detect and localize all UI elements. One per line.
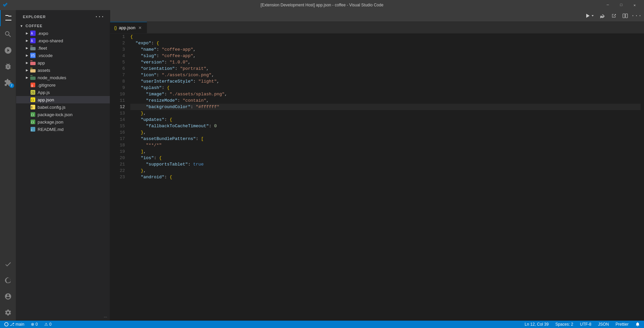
encoding-label: UTF-8 <box>580 322 591 327</box>
gitignore-label: .gitignore <box>38 83 55 88</box>
status-formatter[interactable]: Prettier <box>614 321 630 328</box>
svg-rect-28 <box>623 14 625 18</box>
indentation-label: Spaces: 2 <box>555 322 573 327</box>
status-language[interactable]: JSON <box>597 321 610 328</box>
line-number-5: 5 <box>113 59 125 65</box>
svg-text:VS: VS <box>31 54 35 57</box>
editor-area: ··· {} app.json ✕ 1234567891011121314151… <box>110 10 644 321</box>
line-number-14: 14 <box>113 116 125 123</box>
readme-icon: i <box>30 127 36 132</box>
line-number-6: 6 <box>113 65 125 72</box>
close-button[interactable]: ✕ <box>628 0 641 10</box>
line-number-10: 10 <box>113 91 125 97</box>
sidebar-header: EXPLORER ··· <box>16 10 110 22</box>
activity-explorer[interactable] <box>0 10 16 26</box>
bell-icon <box>635 322 640 327</box>
remote-status-label: ⎇ main <box>10 322 24 327</box>
maximize-button[interactable]: □ <box>614 0 628 10</box>
project-root-section[interactable]: ▼ COFFEE <box>16 22 110 30</box>
status-indentation[interactable]: Spaces: 2 <box>554 321 574 328</box>
code-line-4: "slug": "coffee-app", <box>130 53 641 59</box>
svg-rect-29 <box>626 14 628 18</box>
code-line-16: }, <box>130 129 641 136</box>
window-controls: ─ □ ✕ <box>601 0 641 10</box>
test-icon <box>4 261 12 268</box>
editor-scrollbar[interactable] <box>641 34 644 321</box>
code-line-23: "android": { <box>130 174 641 180</box>
status-errors[interactable]: ⊗ 0 <box>30 321 39 328</box>
activity-test[interactable] <box>0 256 16 272</box>
svg-rect-4 <box>30 46 33 46</box>
sidebar-item-vscode[interactable]: ▶ VS .vscode <box>16 52 110 59</box>
line-number-15: 15 <box>113 123 125 129</box>
sidebar-item-package-lock[interactable]: {} package-lock.json <box>16 111 110 118</box>
svg-text:JS: JS <box>31 91 35 94</box>
status-notifications-bell[interactable] <box>634 321 641 328</box>
arrow-icon: ▶ <box>24 68 30 72</box>
sidebar-item-gitignore[interactable]: g .gitignore <box>16 81 110 89</box>
activity-debug[interactable] <box>0 58 16 75</box>
line-number-3: 3 <box>113 46 125 53</box>
svg-rect-9 <box>30 62 36 65</box>
vscode-logo-icon <box>3 2 8 8</box>
activity-search[interactable] <box>0 26 16 42</box>
code-line-15: "fallbackToCacheTimeout": 0 <box>130 123 641 129</box>
sidebar-item-babel[interactable]: B babel.config.js <box>16 103 110 111</box>
sidebar-content: ▼ COFFEE ▶ A .expo ▶ A .expo-shared <box>16 22 110 313</box>
search-icon <box>4 30 12 38</box>
expo-shared-folder-icon: A <box>30 38 36 43</box>
package-lock-label: package-lock.json <box>38 112 73 117</box>
minimize-button[interactable]: ─ <box>601 0 614 10</box>
reload-button[interactable] <box>598 12 607 20</box>
tab-bar: {} app.json ✕ <box>110 22 644 34</box>
line-number-4: 4 <box>113 53 125 59</box>
code-editor[interactable]: 1234567891011121314151617181920212223 { … <box>110 34 644 321</box>
svg-text:g: g <box>31 84 33 87</box>
code-line-2: "expo": { <box>130 40 641 46</box>
line-number-22: 22 <box>113 168 125 174</box>
tab-file-icon: {} <box>114 26 117 30</box>
line-number-19: 19 <box>113 148 125 155</box>
tab-appjson[interactable]: {} app.json ✕ <box>110 22 147 33</box>
sidebar-item-readme[interactable]: i README.md <box>16 126 110 133</box>
svg-rect-8 <box>30 60 33 61</box>
tab-close-button[interactable]: ✕ <box>137 25 143 31</box>
run-dropdown-icon <box>591 14 594 17</box>
run-button[interactable] <box>584 12 596 20</box>
line-number-2: 2 <box>113 40 125 46</box>
sidebar-item-expo-shared[interactable]: ▶ A .expo-shared <box>16 37 110 44</box>
activity-settings[interactable] <box>0 304 16 321</box>
sidebar-item-node-modules[interactable]: ▶ node_modules <box>16 74 110 81</box>
sidebar-item-app-folder[interactable]: ▶ app <box>16 59 110 66</box>
remote-icon <box>4 277 12 284</box>
activity-extensions[interactable]: 2 <box>0 75 16 91</box>
status-cursor-position[interactable]: Ln 12, Col 39 <box>523 321 550 328</box>
code-line-19: ], <box>130 148 641 155</box>
status-warnings[interactable]: ⚠ 0 <box>43 321 53 328</box>
extensions-badge: 2 <box>9 83 14 88</box>
more-actions-button[interactable]: ··· <box>632 12 641 20</box>
activity-remote[interactable] <box>0 272 16 288</box>
svg-text:{}: {} <box>31 113 34 116</box>
settings-icon <box>4 309 12 316</box>
svg-rect-10 <box>30 68 33 68</box>
split-editor-button[interactable] <box>620 12 630 20</box>
status-encoding[interactable]: UTF-8 <box>579 321 593 328</box>
open-browser-button[interactable] <box>609 12 618 20</box>
sidebar-more-button[interactable]: ··· <box>95 14 104 19</box>
code-content[interactable]: { "expo": { "name": "coffee-app", "slug"… <box>128 34 641 321</box>
sidebar-item-appjson[interactable]: {} app.json <box>16 96 110 103</box>
sidebar-item-fleet[interactable]: ▶ .fleet <box>16 44 110 52</box>
activity-source-control[interactable] <box>0 42 16 58</box>
sidebar-item-package-json[interactable]: {} package.json <box>16 118 110 126</box>
status-remote-button[interactable]: ⎇ main <box>3 321 26 328</box>
sidebar-item-expo[interactable]: ▶ A .expo <box>16 30 110 37</box>
sidebar-item-appjs[interactable]: JS App.js <box>16 89 110 96</box>
code-line-21: "supportsTablet": true <box>130 161 641 168</box>
explorer-icon <box>4 14 12 22</box>
ellipsis-icon: ··· <box>631 13 642 19</box>
sidebar-item-assets[interactable]: ▶ assets <box>16 66 110 74</box>
line-number-12: 12 <box>113 104 125 110</box>
appjson-label: app.json <box>38 97 54 102</box>
activity-account[interactable] <box>0 288 16 304</box>
